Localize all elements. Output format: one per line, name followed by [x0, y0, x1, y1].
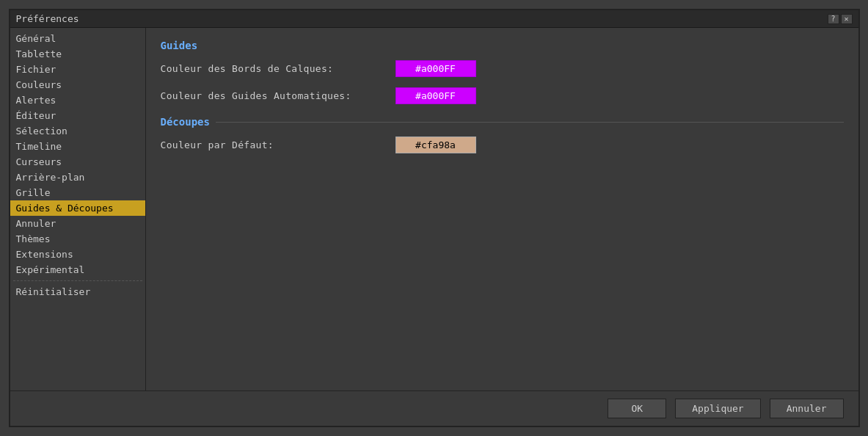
- sidebar-item-timeline[interactable]: Timeline: [10, 139, 145, 154]
- sidebar-item-selection[interactable]: Sélection: [10, 123, 145, 139]
- auto-guides-label: Couleur des Guides Automatiques:: [161, 90, 395, 101]
- auto-guides-row: Couleur des Guides Automatiques: #a000FF: [161, 87, 844, 104]
- sidebar-item-experimental[interactable]: Expérimental: [10, 262, 145, 277]
- sidebar-item-general[interactable]: Général: [10, 31, 145, 46]
- title-bar: Préférences ? ✕: [10, 10, 858, 28]
- decoupes-section: Découpes Couleur par Défaut: #cfa98a: [161, 116, 844, 153]
- sidebar-item-editeur[interactable]: Éditeur: [10, 108, 145, 123]
- layer-border-label: Couleur des Bords de Calques:: [161, 63, 395, 74]
- sidebar-item-extensions[interactable]: Extensions: [10, 247, 145, 262]
- preferences-dialog: Préférences ? ✕ Général Tablette Fichier…: [9, 9, 860, 427]
- dialog-body: Général Tablette Fichier Couleurs Alerte…: [10, 28, 858, 390]
- main-content: Guides Couleur des Bords de Calques: #a0…: [146, 28, 858, 390]
- help-button[interactable]: ?: [828, 14, 839, 24]
- sidebar-reset[interactable]: Réinitialiser: [10, 284, 145, 299]
- auto-guides-color-button[interactable]: #a000FF: [395, 87, 476, 104]
- default-color-button[interactable]: #cfa98a: [395, 137, 476, 153]
- title-bar-buttons: ? ✕: [828, 14, 853, 24]
- apply-button[interactable]: Appliquer: [675, 399, 760, 418]
- sidebar-item-annuler[interactable]: Annuler: [10, 216, 145, 231]
- layer-border-color-button[interactable]: #a000FF: [395, 60, 476, 77]
- guides-section-header: Guides: [161, 40, 844, 51]
- decoupes-section-header: Découpes: [161, 116, 844, 128]
- sidebar-item-curseurs[interactable]: Curseurs: [10, 154, 145, 170]
- close-button[interactable]: ✕: [841, 14, 853, 24]
- default-color-label: Couleur par Défaut:: [161, 139, 395, 150]
- sidebar-item-arriere-plan[interactable]: Arrière-plan: [10, 170, 145, 185]
- default-color-row: Couleur par Défaut: #cfa98a: [161, 137, 844, 153]
- sidebar-item-fichier[interactable]: Fichier: [10, 62, 145, 77]
- dialog-title: Préférences: [16, 13, 79, 24]
- sidebar-item-guides-decoupes[interactable]: Guides & Découpes: [10, 200, 145, 216]
- sidebar-item-grille[interactable]: Grille: [10, 185, 145, 200]
- sidebar: Général Tablette Fichier Couleurs Alerte…: [10, 28, 146, 390]
- ok-button[interactable]: OK: [608, 399, 666, 418]
- dialog-footer: OK Appliquer Annuler: [10, 390, 858, 426]
- layer-border-row: Couleur des Bords de Calques: #a000FF: [161, 60, 844, 77]
- cancel-button[interactable]: Annuler: [770, 399, 844, 418]
- sidebar-item-tablette[interactable]: Tablette: [10, 46, 145, 62]
- sidebar-divider: [13, 280, 142, 281]
- sidebar-item-couleurs[interactable]: Couleurs: [10, 77, 145, 92]
- sidebar-item-themes[interactable]: Thèmes: [10, 231, 145, 247]
- sidebar-item-alertes[interactable]: Alertes: [10, 92, 145, 108]
